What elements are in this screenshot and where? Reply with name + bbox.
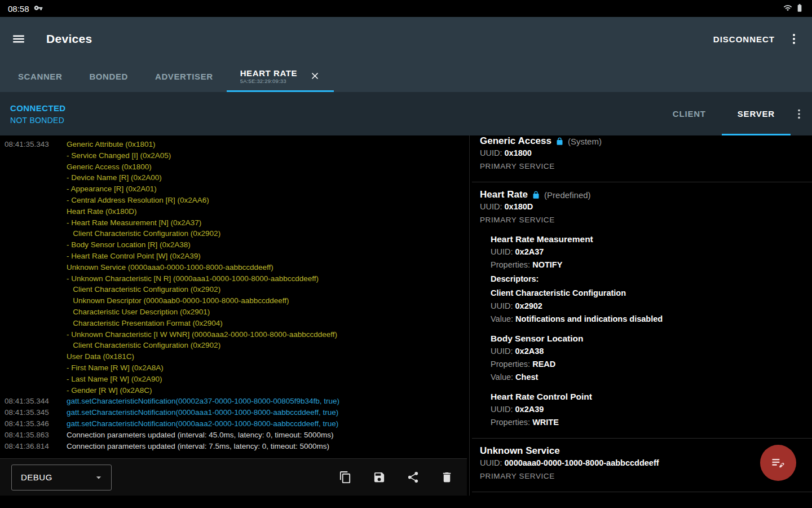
- service-type: PRIMARY SERVICE: [480, 470, 803, 483]
- log-line: - Unknown Characteristic [N R] (0000aaa1…: [5, 273, 465, 284]
- lock-icon: [555, 137, 564, 146]
- service-title-row: Unknown Service: [480, 445, 803, 457]
- log-timestamp: [5, 273, 67, 284]
- uuid-value: 0x2A38: [515, 347, 544, 356]
- tab-label: ADVERTISER: [155, 72, 213, 81]
- save-log-icon[interactable]: [373, 471, 386, 484]
- device-tab-bar: SCANNER BONDED ADVERTISER HEART RATE 5A:…: [0, 61, 812, 92]
- uuid-label: UUID:: [491, 405, 515, 414]
- log-line: Characteristic Presentation Format (0x29…: [5, 318, 465, 329]
- bond-status: NOT BONDED: [10, 116, 66, 125]
- connection-header: CONNECTED NOT BONDED CLIENT SERVER: [0, 92, 812, 135]
- log-message: gatt.setCharacteristicNotification(00002…: [67, 396, 465, 407]
- log-message: - Unknown Characteristic [N R] (0000aaa1…: [67, 273, 465, 284]
- menu-icon[interactable]: [11, 32, 26, 46]
- properties-label: Properties:: [491, 418, 532, 427]
- log-line: Unknown Descriptor (0000aab0-0000-1000-8…: [5, 295, 465, 306]
- value-value: Chest: [515, 373, 538, 382]
- log-line: - Gender [R W] (0x2A8C): [5, 385, 465, 396]
- service-type: PRIMARY SERVICE: [480, 213, 803, 226]
- properties-value: READ: [532, 360, 555, 369]
- wifi-icon: [783, 3, 792, 14]
- edit-server-fab[interactable]: [760, 445, 796, 481]
- close-tab-icon[interactable]: [310, 71, 320, 83]
- log-message: Client Characteristic Configuration (0x2…: [67, 284, 465, 295]
- log-timestamp: [5, 172, 67, 183]
- log-line: Unknown Service (0000aaa0-0000-1000-8000…: [5, 262, 465, 273]
- log-message: - Central Address Resolution [R] (0x2AA6…: [67, 195, 465, 206]
- status-time: 08:58: [8, 4, 29, 14]
- uuid-value: 0x2A37: [515, 247, 544, 256]
- log-message: Characteristic User Description (0x2901): [67, 306, 465, 318]
- connection-status: CONNECTED: [10, 103, 66, 113]
- log-timestamp: [5, 262, 67, 273]
- chevron-down-icon: [93, 472, 104, 483]
- log-line: User Data (0x181C): [5, 351, 465, 362]
- disconnect-button[interactable]: DISCONNECT: [713, 34, 775, 44]
- descriptors-heading: Descriptors:: [491, 273, 803, 286]
- uuid-value: 0000aaa0-0000-1000-8000-aabbccddeeff: [505, 458, 659, 467]
- uuid-label: UUID:: [480, 458, 505, 467]
- tab-label: HEART RATE: [240, 68, 298, 78]
- tab-scanner[interactable]: SCANNER: [5, 61, 76, 92]
- log-panel: 08:41:35.343Generic Attribute (0x1801)- …: [0, 135, 467, 496]
- attribute-row: Value: Notifications and indications dis…: [491, 313, 803, 326]
- characteristic-item[interactable]: Heart Rate Control PointUUID: 0x2A39Prop…: [491, 390, 803, 429]
- uuid-label: UUID:: [491, 301, 515, 310]
- attribute-row: Properties: NOTIFY: [491, 259, 803, 271]
- service-item[interactable]: User Data: [472, 492, 812, 496]
- log-message: - Unknown Characteristic [I W WNR] (0000…: [67, 329, 465, 340]
- status-bar: 08:58: [0, 0, 812, 17]
- tab-label: BONDED: [89, 72, 128, 81]
- log-message: - Heart Rate Measurement [N] (0x2A37): [67, 217, 465, 229]
- log-timestamp: [5, 284, 67, 295]
- service-title-row: Heart Rate(Predefined): [480, 189, 803, 200]
- log-line: 08:41:35.863Connection parameters update…: [5, 430, 465, 441]
- service-name: Generic Access: [480, 135, 551, 147]
- service-item[interactable]: Heart Rate(Predefined)UUID: 0x180DPRIMAR…: [472, 182, 812, 438]
- characteristic-name: Body Sensor Location: [491, 332, 803, 345]
- log-line: - Heart Rate Measurement [N] (0x2A37): [5, 217, 465, 229]
- tab-advertiser[interactable]: ADVERTISER: [142, 61, 227, 92]
- log-message: - Body Sensor Location [R] (0x2A38): [67, 239, 465, 251]
- log-timestamp: 08:41:35.343: [5, 139, 67, 150]
- value-value: Notifications and indications disabled: [515, 314, 663, 323]
- service-item[interactable]: Generic Access(System)UUID: 0x1800PRIMAR…: [472, 135, 812, 182]
- log-timestamp: [5, 374, 67, 385]
- log-level-selector[interactable]: DEBUG: [11, 465, 112, 491]
- page-title: Devices: [46, 32, 92, 46]
- server-overflow-menu-icon[interactable]: [791, 92, 812, 135]
- attribute-row: UUID: 0x180D: [480, 200, 803, 213]
- value-label: Value:: [491, 373, 515, 382]
- characteristic-item[interactable]: Heart Rate MeasurementUUID: 0x2A37Proper…: [491, 233, 803, 326]
- overflow-menu-icon[interactable]: [787, 32, 801, 46]
- copy-log-icon[interactable]: [339, 471, 352, 484]
- server-list: Generic Access(System)UUID: 0x1800PRIMAR…: [472, 135, 812, 496]
- tab-heart-rate[interactable]: HEART RATE 5A:5E:32:29:09:33: [227, 61, 334, 92]
- tab-bonded[interactable]: BONDED: [76, 61, 142, 92]
- battery-icon: [795, 3, 804, 14]
- share-log-icon[interactable]: [407, 471, 420, 484]
- log-timestamp: [5, 295, 67, 306]
- tab-client[interactable]: CLIENT: [657, 92, 722, 135]
- key-icon: [34, 3, 43, 14]
- tab-server[interactable]: SERVER: [722, 92, 791, 135]
- log-line: - First Name [R W] (0x2A8A): [5, 362, 465, 374]
- attribute-row: Properties: WRITE: [491, 416, 803, 429]
- log-timestamp: [5, 239, 67, 251]
- log-timestamp: [5, 161, 67, 173]
- characteristic-item[interactable]: Body Sensor LocationUUID: 0x2A38Properti…: [491, 332, 803, 384]
- service-name: Heart Rate: [480, 189, 528, 200]
- edit-note-icon: [770, 455, 786, 471]
- value-label: Value:: [491, 314, 515, 323]
- android-nav-bar: [0, 496, 812, 508]
- log-line: - Last Name [R W] (0x2A90): [5, 374, 465, 385]
- log-message: Client Characteristic Configuration (0x2…: [67, 228, 465, 239]
- clear-log-icon[interactable]: [440, 471, 453, 484]
- log-lines[interactable]: 08:41:35.343Generic Attribute (0x1801)- …: [0, 135, 467, 458]
- uuid-value: 0x2902: [515, 301, 542, 310]
- service-title-row: Generic Access(System): [480, 135, 803, 147]
- log-timestamp: [5, 251, 67, 262]
- log-line: Client Characteristic Configuration (0x2…: [5, 228, 465, 239]
- attribute-row: UUID: 0x2A37: [491, 246, 803, 259]
